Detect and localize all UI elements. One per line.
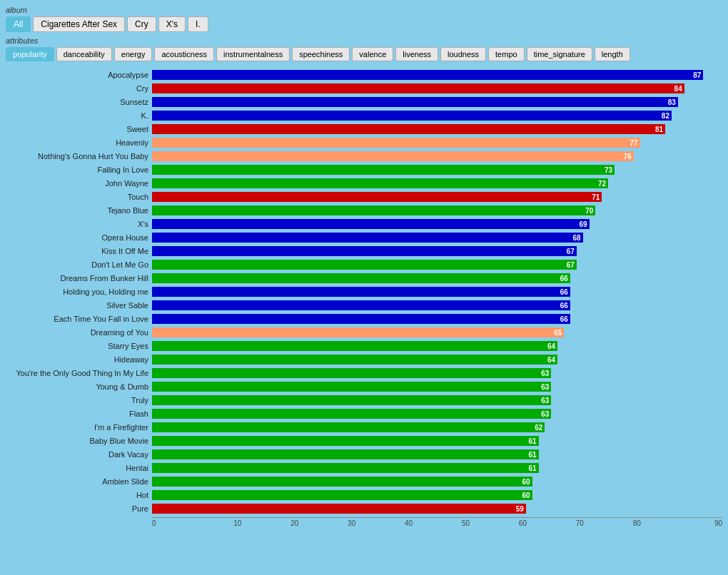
bar-value-label: 60 bbox=[522, 492, 530, 499]
bar-label: Opera House bbox=[6, 233, 152, 242]
album-btn-i[interactable]: I. bbox=[188, 16, 208, 32]
bar: 64 bbox=[152, 355, 557, 365]
table-row: X's69 bbox=[6, 218, 722, 230]
bar-label: Kiss It Off Me bbox=[6, 247, 152, 255]
bar-label: Hentai bbox=[6, 464, 152, 472]
attr-btn-speechiness[interactable]: speechiness bbox=[292, 47, 350, 61]
bar: 67 bbox=[152, 260, 577, 270]
attr-btn-acousticness[interactable]: acousticness bbox=[154, 47, 214, 61]
bar-value-label: 82 bbox=[662, 112, 669, 120]
bar-value-label: 64 bbox=[547, 342, 555, 350]
bar: 87 bbox=[152, 70, 703, 80]
bar-label: Hot bbox=[6, 491, 152, 499]
album-btn-all[interactable]: All bbox=[6, 16, 31, 32]
bar: 62 bbox=[152, 422, 545, 432]
attr-btn-liveness[interactable]: liveness bbox=[395, 47, 438, 61]
bar-label: Dark Vacay bbox=[6, 450, 152, 459]
attr-btn-danceability[interactable]: danceability bbox=[56, 47, 112, 61]
table-row: Dark Vacay61 bbox=[6, 448, 722, 461]
bar-value-label: 66 bbox=[560, 275, 568, 283]
table-row: Sunsetz83 bbox=[6, 96, 722, 108]
album-label: album bbox=[6, 6, 722, 14]
bar: 60 bbox=[152, 477, 532, 487]
bar-label: Starry Eyes bbox=[6, 342, 152, 350]
bar-label: Young & Dumb bbox=[6, 382, 152, 391]
bar: 83 bbox=[152, 97, 678, 107]
bar-area: 62 bbox=[152, 422, 722, 433]
bar: 66 bbox=[152, 300, 570, 310]
attributes-label: attributes bbox=[6, 36, 722, 45]
bar-area: 68 bbox=[152, 232, 722, 243]
x-tick: 20 bbox=[266, 519, 323, 527]
bar: 70 bbox=[152, 205, 595, 215]
bar-label: Baby Blue Movie bbox=[6, 437, 152, 445]
attr-btn-length[interactable]: length bbox=[595, 47, 630, 61]
bar-value-label: 73 bbox=[605, 166, 612, 174]
x-tick: 90 bbox=[665, 519, 722, 527]
bar-value-label: 66 bbox=[560, 288, 568, 296]
bar-area: 63 bbox=[152, 381, 722, 392]
attr-btn-tempo[interactable]: tempo bbox=[488, 47, 525, 61]
attributes-button-group: popularitydanceabilityenergyacousticness… bbox=[6, 47, 722, 61]
bar-area: 65 bbox=[152, 327, 722, 338]
bar-area: 71 bbox=[152, 191, 722, 203]
bar-value-label: 70 bbox=[585, 207, 593, 215]
bar: 69 bbox=[152, 219, 590, 229]
bar-area: 67 bbox=[152, 259, 722, 270]
bar-area: 70 bbox=[152, 205, 722, 216]
bar-area: 61 bbox=[152, 449, 722, 460]
bar-value-label: 63 bbox=[541, 410, 549, 418]
table-row: Tejano Blue70 bbox=[6, 204, 722, 217]
bar-value-label: 69 bbox=[579, 220, 587, 228]
bar-value-label: 87 bbox=[693, 71, 701, 79]
table-row: Baby Blue Movie61 bbox=[6, 434, 722, 447]
bar-value-label: 63 bbox=[541, 370, 549, 377]
bar-value-label: 77 bbox=[630, 139, 637, 147]
table-row: You're the Only Good Thing In My Life63 bbox=[6, 367, 722, 380]
bar-label: Pure bbox=[6, 504, 152, 513]
bar-value-label: 81 bbox=[655, 126, 663, 133]
bar-value-label: 65 bbox=[554, 329, 562, 337]
attr-btn-time_signature[interactable]: time_signature bbox=[527, 47, 592, 61]
album-btn-xs[interactable]: X's bbox=[158, 16, 186, 32]
x-tick: 70 bbox=[551, 519, 608, 527]
bar-label: Dreaming of You bbox=[6, 328, 152, 337]
attr-btn-popularity[interactable]: popularity bbox=[6, 47, 54, 61]
bar-area: 72 bbox=[152, 178, 722, 189]
bar-label: Holding you, Holding me bbox=[6, 288, 152, 296]
attr-btn-instrumentalness[interactable]: instrumentalness bbox=[216, 47, 290, 61]
bar: 60 bbox=[152, 490, 532, 500]
bar-area: 61 bbox=[152, 462, 722, 474]
album-btn-cigarettes[interactable]: Cigarettes After Sex bbox=[33, 16, 125, 32]
bar-area: 64 bbox=[152, 354, 722, 365]
album-button-group: AllCigarettes After SexCryX'sI. bbox=[6, 16, 722, 32]
chart-container: Apocalypse87Cry84Sunsetz83K.82Sweet81Hea… bbox=[6, 68, 722, 527]
table-row: Apocalypse87 bbox=[6, 68, 722, 81]
x-tick: 80 bbox=[608, 519, 665, 527]
bar: 66 bbox=[152, 287, 570, 297]
bar-area: 69 bbox=[152, 218, 722, 230]
table-row: Touch71 bbox=[6, 190, 722, 203]
bar-area: 64 bbox=[152, 340, 722, 352]
table-row: Silver Sable66 bbox=[6, 299, 722, 312]
table-row: Sweet81 bbox=[6, 123, 722, 136]
bar-label: K. bbox=[6, 111, 152, 120]
table-row: Young & Dumb63 bbox=[6, 380, 722, 393]
bar-area: 83 bbox=[152, 96, 722, 108]
bar-area: 77 bbox=[152, 137, 722, 148]
bar-label: Cry bbox=[6, 84, 152, 93]
bar-value-label: 66 bbox=[560, 302, 568, 310]
attr-btn-energy[interactable]: energy bbox=[114, 47, 153, 61]
bar: 64 bbox=[152, 341, 557, 351]
attr-btn-valence[interactable]: valence bbox=[352, 47, 393, 61]
bar-label: John Wayne bbox=[6, 179, 152, 188]
table-row: Flash63 bbox=[6, 407, 722, 420]
attr-btn-loudness[interactable]: loudness bbox=[440, 47, 486, 61]
bar-value-label: 76 bbox=[624, 153, 632, 161]
album-btn-cry[interactable]: Cry bbox=[127, 16, 156, 32]
bar-label: Ambien Slide bbox=[6, 477, 152, 486]
bar: 61 bbox=[152, 436, 539, 446]
bar-area: 63 bbox=[152, 395, 722, 406]
table-row: Heavenly77 bbox=[6, 136, 722, 149]
x-tick: 0 bbox=[152, 519, 209, 527]
